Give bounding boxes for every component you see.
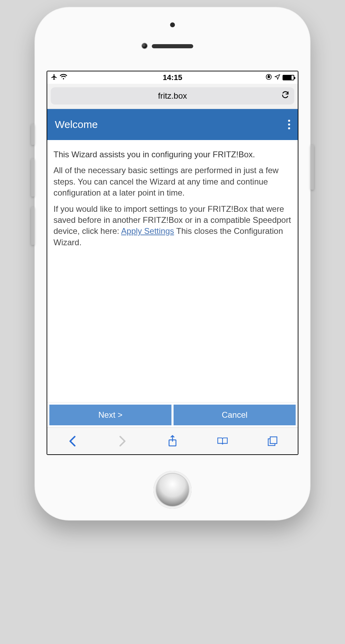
speaker-grille <box>152 44 193 48</box>
volume-up-button <box>31 159 34 197</box>
intro-paragraph-2: All of the necessary basic settings are … <box>53 165 292 198</box>
svg-rect-2 <box>270 437 277 443</box>
page-content: This Wizard assists you in configuring y… <box>47 140 298 402</box>
airplane-mode-icon <box>51 73 58 82</box>
page-header: Welcome <box>47 109 298 140</box>
cancel-button[interactable]: Cancel <box>174 405 296 425</box>
address-field[interactable]: fritz.box <box>51 87 294 105</box>
next-button[interactable]: Next > <box>49 405 171 425</box>
menu-kebab-icon[interactable] <box>288 120 290 129</box>
location-icon <box>274 74 280 82</box>
page-title: Welcome <box>55 119 98 130</box>
address-text: fritz.box <box>158 91 187 101</box>
volume-down-button <box>31 207 34 245</box>
home-button[interactable] <box>154 471 191 509</box>
share-icon[interactable] <box>167 435 178 447</box>
mute-switch <box>31 124 34 145</box>
intro-paragraph-3: If you would like to import settings to … <box>53 204 292 248</box>
apply-settings-link[interactable]: Apply Settings <box>121 226 174 236</box>
wizard-buttons: Next > Cancel <box>47 402 298 427</box>
bookmarks-icon[interactable] <box>217 435 228 447</box>
orientation-lock-icon <box>265 73 272 82</box>
status-time: 14:15 <box>163 73 182 82</box>
reload-icon[interactable] <box>281 91 289 101</box>
back-icon[interactable] <box>67 435 78 447</box>
browser-toolbar <box>47 427 298 454</box>
phone-device-frame: 14:15 fritz.box <box>34 7 310 521</box>
wifi-icon <box>60 74 67 82</box>
tabs-icon[interactable] <box>267 435 278 447</box>
battery-icon <box>283 75 294 80</box>
forward-icon <box>117 435 128 447</box>
front-camera <box>141 43 148 49</box>
power-button <box>310 145 314 190</box>
intro-paragraph-1: This Wizard assists you in configuring y… <box>53 149 292 160</box>
browser-address-bar: fritz.box <box>47 84 298 109</box>
device-screen: 14:15 fritz.box <box>47 71 298 454</box>
status-bar: 14:15 <box>47 71 298 84</box>
